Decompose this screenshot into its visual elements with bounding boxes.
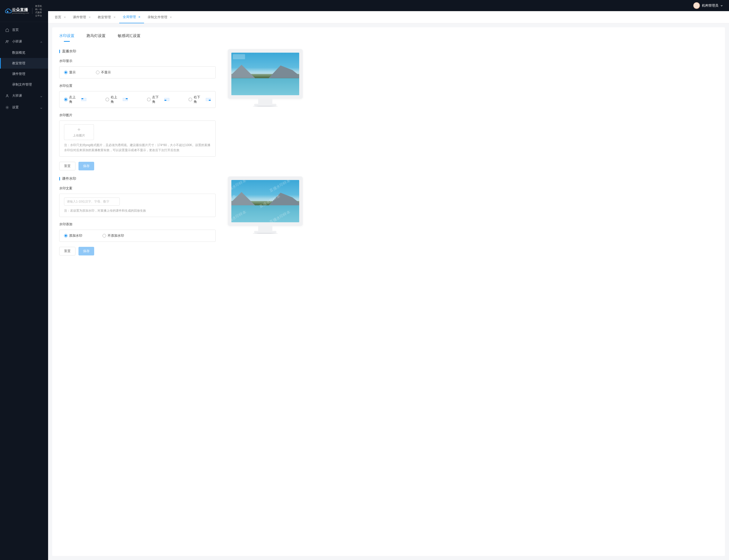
radio-pos-bl[interactable]: 左下角 bbox=[147, 95, 169, 104]
svg-point-3 bbox=[7, 94, 8, 96]
content-tab-watermark[interactable]: 水印设置 bbox=[59, 33, 74, 42]
radio-pos-br[interactable]: 右下角 bbox=[189, 95, 211, 104]
chevron-up-icon bbox=[40, 40, 43, 43]
radio-icon bbox=[64, 234, 68, 237]
section-title-courseware-watermark: 课件水印 bbox=[59, 176, 216, 181]
field-position-options: 左上角 右上角 左下角 bbox=[59, 91, 216, 108]
sidebar-item-small-class[interactable]: 小班课 bbox=[0, 36, 48, 47]
content-tabs: 水印设置 跑马灯设置 敏感词汇设置 bbox=[59, 27, 718, 42]
sidebar-item-recording-mgmt[interactable]: 录制文件管理 bbox=[0, 79, 48, 90]
svg-point-4 bbox=[7, 107, 8, 108]
radio-pos-tl[interactable]: 左上角 bbox=[64, 95, 86, 104]
radio-icon bbox=[106, 98, 109, 101]
sidebar-item-data-overview[interactable]: 数据概览 bbox=[0, 47, 48, 58]
chevron-down-icon bbox=[720, 3, 723, 8]
sidebar-item-classroom-mgmt[interactable]: 教室管理 bbox=[0, 58, 48, 69]
radio-icon bbox=[189, 98, 192, 101]
field-label-image: 水印图片 bbox=[59, 113, 216, 117]
plus-icon: + bbox=[77, 127, 81, 132]
logo-sub-text: yunduoketang.com bbox=[12, 12, 29, 14]
home-icon bbox=[5, 28, 9, 32]
logo-divider bbox=[32, 8, 32, 14]
position-marker-icon bbox=[81, 98, 86, 101]
radio-icon bbox=[103, 234, 106, 237]
field-label-display: 水印显示 bbox=[59, 59, 216, 63]
upload-hint: 注：水印只支持png格式图片，且必须为透明底。建议最佳图片尺寸：174*80，大… bbox=[64, 143, 211, 153]
radio-icon bbox=[64, 98, 68, 101]
radio-icon bbox=[147, 98, 151, 101]
preview-screen bbox=[231, 53, 299, 95]
sidebar-item-courseware-mgmt[interactable]: 课件管理 bbox=[0, 69, 48, 79]
radio-add-no[interactable]: 不添加水印 bbox=[103, 233, 124, 238]
field-label-text: 水印文案 bbox=[59, 186, 216, 191]
close-icon[interactable]: × bbox=[89, 15, 91, 19]
section-title-live-watermark: 直播水印 bbox=[59, 49, 216, 54]
avatar bbox=[693, 2, 700, 9]
preview-screen: 直播水印样本 直播水印样本 直播水印样本 直播水印样本 直播水印样本 直播水印样… bbox=[231, 180, 299, 223]
logo-tagline: 教育机构一站 式服务云平台 bbox=[35, 5, 43, 17]
chevron-down-icon bbox=[40, 94, 43, 97]
close-icon[interactable]: × bbox=[170, 15, 172, 19]
gear-icon bbox=[5, 105, 9, 109]
sidebar-item-large-class[interactable]: 大班课 bbox=[0, 90, 48, 102]
close-icon[interactable]: × bbox=[113, 15, 115, 19]
radio-display-hide[interactable]: 不显示 bbox=[96, 70, 111, 75]
svg-point-2 bbox=[8, 41, 8, 41]
radio-icon bbox=[64, 71, 68, 74]
user-menu[interactable]: 机构管理员 bbox=[693, 2, 723, 9]
logo-icon bbox=[5, 8, 9, 14]
radio-icon bbox=[96, 71, 99, 74]
tab-recording[interactable]: 录制文件管理 × bbox=[144, 11, 175, 23]
save-button[interactable]: 保存 bbox=[78, 162, 94, 170]
users-icon bbox=[5, 39, 9, 44]
content-panel: 水印设置 跑马灯设置 敏感词汇设置 直播水印 水印显示 显示 bbox=[52, 27, 725, 556]
svg-point-0 bbox=[7, 11, 8, 12]
tab-home[interactable]: 首页 × bbox=[51, 11, 69, 23]
content-tab-marquee[interactable]: 跑马灯设置 bbox=[87, 33, 106, 42]
radio-display-show[interactable]: 显示 bbox=[64, 70, 76, 75]
tab-global[interactable]: 全局管理 × bbox=[119, 11, 144, 23]
watermark-text-input[interactable] bbox=[64, 197, 120, 206]
sidebar-item-settings[interactable]: 设置 bbox=[0, 102, 48, 113]
svg-point-1 bbox=[6, 40, 7, 42]
position-marker-icon bbox=[164, 98, 169, 101]
header: 机构管理员 bbox=[48, 0, 729, 11]
field-label-position: 水印位置 bbox=[59, 84, 216, 88]
logo: 云朵直播 yunduoketang.com 教育机构一站 式服务云平台 bbox=[0, 0, 48, 22]
sidebar: 云朵直播 yunduoketang.com 教育机构一站 式服务云平台 首页 小… bbox=[0, 0, 48, 560]
field-display-options: 显示 不显示 bbox=[59, 66, 216, 78]
close-icon[interactable]: × bbox=[64, 15, 66, 19]
field-add-options: 添加水印 不添加水印 bbox=[59, 230, 216, 242]
reset-button[interactable]: 重置 bbox=[59, 162, 75, 170]
upload-container: + 上传图片 注：水印只支持png格式图片，且必须为透明底。建议最佳图片尺寸：1… bbox=[59, 121, 216, 157]
reset-button[interactable]: 重置 bbox=[59, 247, 75, 255]
radio-pos-tr[interactable]: 右上角 bbox=[106, 95, 128, 104]
preview-monitor bbox=[228, 49, 303, 99]
content-tab-sensitive[interactable]: 敏感词汇设置 bbox=[118, 33, 140, 42]
user-name: 机构管理员 bbox=[702, 3, 718, 8]
chevron-down-icon bbox=[40, 106, 43, 109]
close-icon[interactable]: × bbox=[138, 15, 140, 19]
watermark-preview-badge bbox=[233, 54, 245, 59]
preview-monitor: 直播水印样本 直播水印样本 直播水印样本 直播水印样本 直播水印样本 直播水印样… bbox=[228, 176, 303, 226]
position-marker-icon bbox=[123, 98, 128, 101]
tab-classroom[interactable]: 教室管理 × bbox=[94, 11, 119, 23]
users-line-icon bbox=[5, 94, 9, 98]
radio-add-yes[interactable]: 添加水印 bbox=[64, 233, 82, 238]
save-button[interactable]: 保存 bbox=[78, 247, 94, 255]
logo-main-text: 云朵直播 bbox=[12, 8, 29, 12]
text-hint: 注：若设置为添加水印，对直播上传的课件和生成的回放生效 bbox=[64, 208, 211, 213]
nav: 首页 小班课 数据概览 教室管理 课件管理 录制文件管理 大班课 bbox=[0, 22, 48, 113]
text-input-container: 注：若设置为添加水印，对直播上传的课件和生成的回放生效 bbox=[59, 194, 216, 217]
document-tabs: 首页 × 课件管理 × 教室管理 × 全局管理 × 录制文件管理 × bbox=[48, 11, 729, 23]
position-marker-icon bbox=[206, 98, 211, 101]
upload-button[interactable]: + 上传图片 bbox=[64, 124, 94, 140]
sidebar-item-home[interactable]: 首页 bbox=[0, 24, 48, 36]
field-label-add: 水印添加 bbox=[59, 222, 216, 227]
tab-courseware[interactable]: 课件管理 × bbox=[69, 11, 94, 23]
